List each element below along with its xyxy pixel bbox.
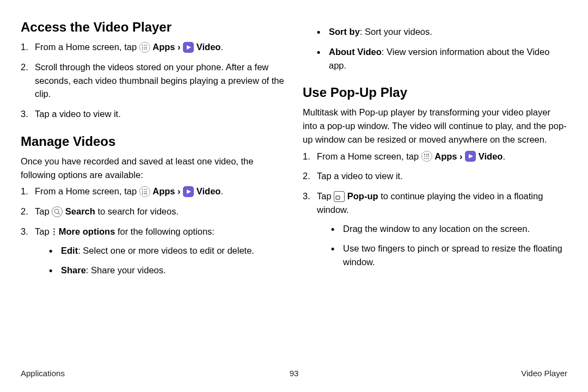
opt-label: About Video bbox=[329, 47, 382, 57]
manage-options: Edit: Select one or more videos to edit … bbox=[49, 244, 285, 278]
heading-access: Access the Video Player bbox=[21, 20, 285, 35]
list-item: From a Home screen, tap Apps › Video. bbox=[303, 150, 567, 163]
step-text: From a Home screen, tap bbox=[35, 186, 139, 196]
right-column: Sort by: Sort your videos. About Video: … bbox=[303, 20, 567, 346]
left-column: Access the Video Player From a Home scre… bbox=[21, 20, 285, 346]
footer-left: Applications bbox=[21, 369, 65, 378]
list-item: Tap Search to search for videos. bbox=[21, 205, 285, 218]
list-item: From a Home screen, tap Apps › Video. bbox=[21, 185, 285, 198]
heading-manage: Manage Videos bbox=[21, 134, 285, 149]
search-icon bbox=[52, 206, 63, 217]
video-icon bbox=[465, 151, 476, 162]
apps-label: Apps bbox=[152, 42, 175, 52]
apps-label: Apps bbox=[434, 151, 457, 161]
manage-options-cont: Sort by: Sort your videos. About Video: … bbox=[317, 25, 567, 72]
list-item: Sort by: Sort your videos. bbox=[317, 25, 567, 39]
page-footer: Applications 93 Video Player bbox=[21, 369, 567, 378]
video-icon bbox=[183, 186, 194, 197]
step-text: Tap bbox=[35, 226, 52, 236]
list-item: Edit: Select one or more videos to edit … bbox=[49, 244, 285, 258]
list-item: Tap a video to view it. bbox=[303, 169, 567, 183]
page-content: Access the Video Player From a Home scre… bbox=[21, 20, 567, 346]
list-item: Tap More options for the following optio… bbox=[21, 225, 285, 277]
more-options-label: More options bbox=[59, 226, 115, 236]
footer-right: Video Player bbox=[521, 369, 567, 378]
svg-line-1 bbox=[58, 213, 60, 215]
step-text: From a Home screen, tap bbox=[35, 42, 139, 52]
list-item: Scroll through the videos stored on your… bbox=[21, 60, 285, 101]
list-item: Drag the window to any location on the s… bbox=[331, 222, 567, 236]
list-item: Use two fingers to pinch or spread to re… bbox=[331, 242, 567, 269]
list-item: Share: Share your videos. bbox=[49, 264, 285, 277]
access-steps: From a Home screen, tap Apps › Video. Sc… bbox=[21, 40, 285, 121]
list-item: From a Home screen, tap Apps › Video. bbox=[21, 40, 285, 54]
opt-label: Share bbox=[61, 265, 86, 275]
chevron-icon: › bbox=[177, 42, 183, 52]
chevron-icon: › bbox=[177, 186, 183, 196]
popup-label: Pop-up bbox=[347, 191, 378, 201]
step-text: Tap bbox=[35, 206, 52, 216]
popup-steps: From a Home screen, tap Apps › Video. Ta… bbox=[303, 150, 567, 269]
search-label: Search bbox=[65, 206, 95, 216]
video-label: Video bbox=[479, 151, 503, 161]
apps-icon bbox=[421, 151, 432, 162]
svg-point-0 bbox=[55, 209, 59, 213]
popup-substeps: Drag the window to any location on the s… bbox=[331, 222, 567, 269]
chevron-icon: › bbox=[460, 151, 465, 161]
more-options-icon bbox=[52, 226, 56, 237]
popup-intro: Multitask with Pop-up player by transfor… bbox=[303, 106, 567, 146]
step-text: From a Home screen, tap bbox=[317, 151, 421, 161]
opt-desc: : Sort your videos. bbox=[360, 27, 432, 36]
video-label: Video bbox=[197, 42, 221, 52]
step-end: . bbox=[503, 151, 505, 161]
step-text: to search for videos. bbox=[97, 206, 179, 216]
step-end: . bbox=[220, 186, 223, 196]
apps-label: Apps bbox=[152, 186, 175, 196]
apps-icon bbox=[139, 186, 150, 197]
video-icon bbox=[183, 42, 194, 53]
manage-intro: Once you have recorded and saved at leas… bbox=[21, 155, 285, 182]
page-number: 93 bbox=[290, 369, 299, 378]
apps-icon bbox=[139, 42, 150, 53]
opt-desc: : Share your videos. bbox=[86, 265, 166, 275]
list-item: Tap a video to view it. bbox=[21, 107, 285, 121]
opt-label: Sort by bbox=[329, 27, 360, 36]
step-text: for the following options: bbox=[118, 226, 215, 236]
step-end: . bbox=[220, 42, 223, 52]
svg-rect-2 bbox=[336, 196, 340, 199]
list-item: Tap Pop-up to continue playing the video… bbox=[303, 189, 567, 269]
popup-icon bbox=[334, 191, 345, 202]
video-label: Video bbox=[197, 186, 221, 196]
opt-label: Edit bbox=[61, 246, 78, 255]
step-text: Tap bbox=[317, 191, 334, 201]
manage-steps: From a Home screen, tap Apps › Video. Ta… bbox=[21, 185, 285, 277]
list-item: About Video: View version information ab… bbox=[317, 45, 567, 72]
heading-popup: Use Pop-Up Play bbox=[303, 85, 567, 100]
opt-desc: : Select one or more videos to edit or d… bbox=[78, 246, 254, 255]
